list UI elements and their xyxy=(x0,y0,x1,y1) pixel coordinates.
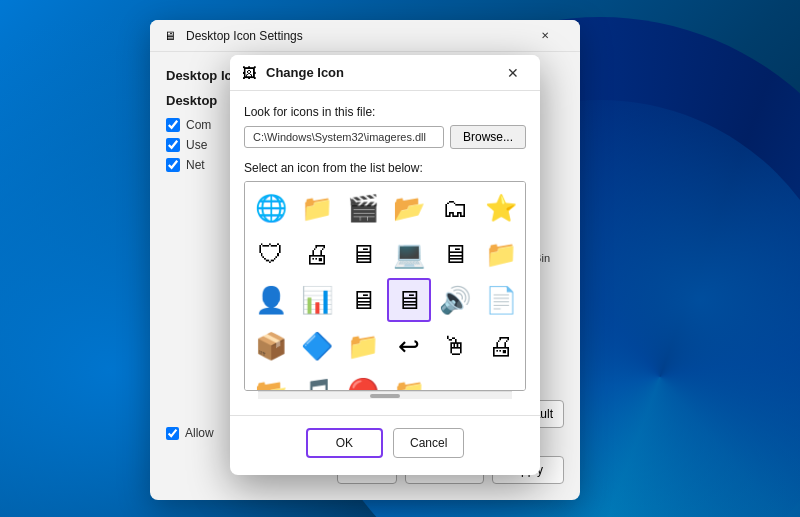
icon-cell[interactable]: 📁 xyxy=(341,324,385,368)
icon-cell[interactable]: 📁 xyxy=(295,186,339,230)
dialog-scrollbar xyxy=(258,391,512,399)
icon-cell[interactable]: 🔷 xyxy=(295,324,339,368)
dialog-close-button[interactable]: ✕ xyxy=(498,58,528,88)
change-icon-title: Change Icon xyxy=(266,65,498,80)
checkbox-user[interactable] xyxy=(166,138,180,152)
icon-cell[interactable]: 👤 xyxy=(249,278,293,322)
dialog-bottom-buttons: OK Cancel xyxy=(230,415,540,468)
icon-cell[interactable]: 🖥 xyxy=(341,232,385,276)
allow-checkbox[interactable] xyxy=(166,427,179,440)
icon-cell[interactable]: 🖥 xyxy=(387,278,431,322)
dialog-ok-button[interactable]: OK xyxy=(306,428,383,458)
scrollbar-thumb xyxy=(370,394,400,398)
checkbox-computer-label: Com xyxy=(186,118,211,132)
icon-grid: 🌐📁🎬📂🗂⭐🛡🖨🖥💻🖥📁👤📊🖥🖥🔊📄📦🔷📁↩🖱🖨📂🎵⛔📁 xyxy=(249,186,521,391)
file-input-row: Browse... xyxy=(244,125,526,149)
dialog-titlebar: 🖼 Change Icon ✕ xyxy=(230,55,540,91)
window-controls: — □ ✕ xyxy=(522,20,568,52)
icon-cell[interactable]: ⛔ xyxy=(341,370,385,391)
select-icon-label: Select an icon from the list below: xyxy=(244,161,526,175)
icon-cell[interactable]: 📊 xyxy=(295,278,339,322)
icon-cell[interactable]: 🗂 xyxy=(433,186,477,230)
icon-cell[interactable]: ⭐ xyxy=(479,186,523,230)
icon-cell[interactable]: 📦 xyxy=(249,324,293,368)
icon-cell[interactable]: 📁 xyxy=(387,370,431,391)
dialog-content: Look for icons in this file: Browse... S… xyxy=(230,91,540,409)
icon-cell[interactable]: 🖥 xyxy=(433,232,477,276)
icon-cell[interactable]: 💻 xyxy=(387,232,431,276)
icon-cell[interactable]: 🎵 xyxy=(295,370,339,391)
icon-cell[interactable]: ↩ xyxy=(387,324,431,368)
checkbox-network[interactable] xyxy=(166,158,180,172)
file-path-input[interactable] xyxy=(244,126,444,148)
checkbox-user-label: Use xyxy=(186,138,207,152)
icon-cell[interactable]: 🌐 xyxy=(249,186,293,230)
icon-cell[interactable]: 🖱 xyxy=(433,324,477,368)
change-icon-dialog: 🖼 Change Icon ✕ Look for icons in this f… xyxy=(230,55,540,475)
allow-label: Allow xyxy=(185,426,214,440)
icon-cell[interactable]: 📁 xyxy=(479,232,523,276)
icon-cell[interactable]: 🖨 xyxy=(295,232,339,276)
icon-cell[interactable]: 📂 xyxy=(249,370,293,391)
settings-window-icon: 🖥 xyxy=(162,28,178,44)
icon-cell[interactable]: 📂 xyxy=(387,186,431,230)
icon-cell[interactable]: 🎬 xyxy=(341,186,385,230)
browse-button[interactable]: Browse... xyxy=(450,125,526,149)
close-button[interactable]: ✕ xyxy=(522,20,568,52)
icon-cell[interactable]: 🛡 xyxy=(249,232,293,276)
checkbox-computer[interactable] xyxy=(166,118,180,132)
look-for-label: Look for icons in this file: xyxy=(244,105,526,119)
allow-area: Allow xyxy=(166,426,214,440)
icon-grid-container[interactable]: 🌐📁🎬📂🗂⭐🛡🖨🖥💻🖥📁👤📊🖥🖥🔊📄📦🔷📁↩🖱🖨📂🎵⛔📁 xyxy=(244,181,526,391)
desktop-settings-title: Desktop Icon Settings xyxy=(186,29,522,43)
icon-cell[interactable]: 🔊 xyxy=(433,278,477,322)
icon-cell[interactable]: 📄 xyxy=(479,278,523,322)
dialog-cancel-button[interactable]: Cancel xyxy=(393,428,464,458)
icon-cell[interactable]: 🖨 xyxy=(479,324,523,368)
checkbox-network-label: Net xyxy=(186,158,205,172)
dialog-icon: 🖼 xyxy=(242,65,258,81)
window-titlebar: 🖥 Desktop Icon Settings — □ ✕ xyxy=(150,20,580,52)
icon-cell[interactable]: 🖥 xyxy=(341,278,385,322)
